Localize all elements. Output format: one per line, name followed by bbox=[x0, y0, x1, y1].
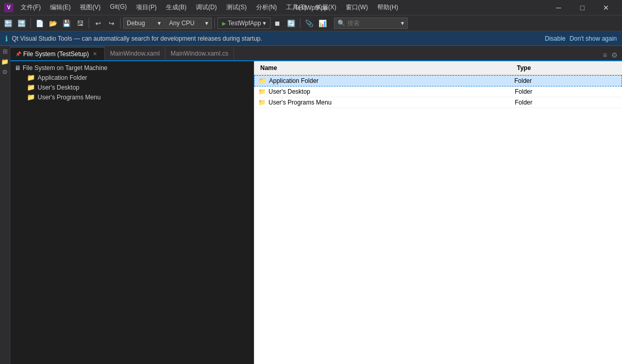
run-dropdown-icon: ▾ bbox=[263, 20, 266, 27]
detail-col-name-header: Name bbox=[258, 63, 515, 73]
tab-mainwindow-xaml-cs-label: MainWindow.xaml.cs bbox=[171, 50, 228, 57]
search-box: 🔍 ▾ bbox=[334, 18, 408, 29]
detail-row-0[interactable]: 📁 Application Folder Folder bbox=[254, 75, 622, 86]
folder-icon-0: 📁 bbox=[27, 74, 35, 81]
debug-config-dropdown[interactable]: Debug ▾ bbox=[123, 18, 164, 29]
title-bar: V 文件(F) 编辑(E) 视图(V) Git(G) 项目(P) 生成(B) 调… bbox=[0, 0, 622, 15]
menu-git[interactable]: Git(G) bbox=[106, 2, 131, 13]
folder-icon-1: 📁 bbox=[27, 83, 35, 91]
open-button[interactable]: 📂 bbox=[47, 17, 59, 29]
menu-project[interactable]: 项目(P) bbox=[132, 2, 161, 13]
detail-folder-icon-1: 📁 bbox=[258, 88, 266, 95]
tab-file-system-label: File System (TestSetup) bbox=[23, 50, 89, 58]
run-label: TestWpfApp bbox=[228, 20, 261, 27]
toolbar-separator-4 bbox=[214, 18, 215, 28]
stop-button[interactable]: ⏹ bbox=[272, 17, 284, 29]
tree-panel: 🖥 File System on Target Machine 📁 Applic… bbox=[10, 61, 254, 364]
close-button[interactable]: ✕ bbox=[594, 0, 618, 15]
info-bar: ℹ Qt Visual Studio Tools — can automatic… bbox=[0, 31, 622, 46]
detail-col-type-header: Type bbox=[515, 63, 618, 73]
maximize-button[interactable]: □ bbox=[570, 0, 594, 15]
folder-icon-2: 📁 bbox=[27, 93, 35, 101]
undo-button[interactable]: ↩ bbox=[92, 17, 104, 29]
activity-gear-icon[interactable]: ⚙ bbox=[1, 68, 9, 77]
new-project-button[interactable]: 📄 bbox=[33, 17, 46, 29]
attach-button[interactable]: 📎 bbox=[303, 17, 315, 29]
minimize-button[interactable]: ─ bbox=[547, 0, 570, 15]
title-controls: ─ □ ✕ bbox=[547, 0, 618, 15]
run-button[interactable]: ▶ TestWpfApp ▾ bbox=[217, 18, 271, 29]
disable-link[interactable]: Disable bbox=[545, 35, 565, 42]
tab-mainwindow-xaml-label: MainWindow.xaml bbox=[110, 50, 160, 57]
activity-server-icon[interactable]: ⊞ bbox=[1, 48, 9, 56]
toolbar-area: 🔙 🔜 📄 📂 💾 🖫 ↩ ↪ Debug ▾ Any CPU ▾ ▶ Test… bbox=[0, 15, 622, 31]
tab-mainwindow-xaml[interactable]: MainWindow.xaml bbox=[105, 47, 165, 60]
tabs-row: 📌 File System (TestSetup) ✕ MainWindow.x… bbox=[10, 46, 622, 61]
activity-folder-icon[interactable]: 📁 bbox=[1, 58, 9, 66]
menu-file[interactable]: 文件(F) bbox=[16, 2, 45, 13]
detail-row-1-label: User's Desktop bbox=[268, 88, 310, 95]
search-input[interactable] bbox=[347, 20, 399, 27]
menu-view[interactable]: 视图(V) bbox=[76, 2, 105, 13]
toolbar-separator-5 bbox=[300, 18, 300, 28]
tree-root: 🖥 File System on Target Machine bbox=[10, 63, 254, 73]
watermark: CSDN @导航吃肉 bbox=[572, 352, 618, 360]
tab-list-button[interactable]: ≡ bbox=[602, 50, 608, 60]
performance-button[interactable]: 📊 bbox=[316, 17, 329, 29]
tab-file-system[interactable]: 📌 File System (TestSetup) ✕ bbox=[10, 47, 105, 60]
detail-row-0-label: Application Folder bbox=[269, 77, 318, 84]
detail-row-2-name-cell: 📁 User's Programs Menu bbox=[258, 99, 515, 106]
menu-analyze[interactable]: 分析(N) bbox=[252, 2, 281, 13]
redo-button[interactable]: ↪ bbox=[105, 17, 117, 29]
main-area: ⊞ 📁 ⚙ 📌 File System (TestSetup) ✕ MainWi… bbox=[0, 46, 622, 364]
menu-window[interactable]: 窗口(W) bbox=[342, 2, 372, 13]
toolbar-row: 🔙 🔜 📄 📂 💾 🖫 ↩ ↪ Debug ▾ Any CPU ▾ ▶ Test… bbox=[0, 15, 622, 31]
restart-button[interactable]: 🔄 bbox=[285, 17, 297, 29]
title-bar-left: V 文件(F) 编辑(E) 视图(V) Git(G) 项目(P) 生成(B) 调… bbox=[4, 2, 402, 13]
detail-row-2-label: User's Programs Menu bbox=[268, 99, 331, 106]
tree-item-label-0: Application Folder bbox=[38, 74, 87, 81]
tree-item-0[interactable]: 📁 Application Folder bbox=[10, 73, 254, 82]
tree-item-label-2: User's Programs Menu bbox=[38, 94, 100, 101]
tree-item-1[interactable]: 📁 User's Desktop bbox=[10, 82, 254, 92]
tree-item-label-1: User's Desktop bbox=[38, 84, 79, 91]
menu-bar: 文件(F) 编辑(E) 视图(V) Git(G) 项目(P) 生成(B) 调试(… bbox=[16, 2, 402, 13]
info-message: Qt Visual Studio Tools — can automatical… bbox=[12, 35, 262, 42]
fs-content: 🖥 File System on Target Machine 📁 Applic… bbox=[10, 61, 622, 364]
detail-row-1[interactable]: 📁 User's Desktop Folder bbox=[254, 86, 622, 97]
detail-row-2[interactable]: 📁 User's Programs Menu Folder bbox=[254, 97, 622, 108]
search-icon: 🔍 bbox=[338, 20, 345, 27]
app-title: TestWpfApp bbox=[294, 4, 328, 11]
menu-test[interactable]: 测试(S) bbox=[222, 2, 251, 13]
save-all-button[interactable]: 🖫 bbox=[74, 17, 86, 29]
toolbar-separator-1 bbox=[30, 18, 31, 28]
save-button[interactable]: 💾 bbox=[60, 17, 73, 29]
info-icon: ℹ bbox=[5, 34, 8, 43]
search-dropdown-icon[interactable]: ▾ bbox=[401, 20, 404, 27]
tab-settings-button[interactable]: ⚙ bbox=[610, 50, 619, 60]
dont-show-link[interactable]: Don't show again bbox=[569, 35, 617, 42]
menu-edit[interactable]: 编辑(E) bbox=[46, 2, 75, 13]
detail-row-0-type: Folder bbox=[514, 77, 617, 84]
detail-header: Name Type bbox=[254, 61, 622, 75]
detail-row-1-name-cell: 📁 User's Desktop bbox=[258, 88, 515, 95]
vs-logo: V bbox=[4, 3, 13, 12]
detail-folder-icon-0: 📁 bbox=[259, 77, 266, 84]
tree-item-2[interactable]: 📁 User's Programs Menu bbox=[10, 92, 254, 102]
tab-file-system-close[interactable]: ✕ bbox=[91, 50, 99, 58]
menu-build[interactable]: 生成(B) bbox=[162, 2, 191, 13]
detail-row-0-name-cell: 📁 Application Folder bbox=[259, 77, 514, 84]
menu-debug[interactable]: 调试(D) bbox=[192, 2, 221, 13]
back-button[interactable]: 🔙 bbox=[2, 17, 14, 29]
detail-folder-icon-2: 📁 bbox=[258, 99, 266, 106]
cpu-config-dropdown[interactable]: Any CPU ▾ bbox=[165, 18, 212, 29]
detail-row-1-type: Folder bbox=[515, 88, 618, 95]
tree-root-icon: 🖥 bbox=[14, 64, 21, 72]
detail-row-2-type: Folder bbox=[515, 99, 618, 106]
toolbar-separator-2 bbox=[89, 18, 89, 28]
menu-help[interactable]: 帮助(H) bbox=[373, 2, 402, 13]
tab-mainwindow-xaml-cs[interactable]: MainWindow.xaml.cs bbox=[165, 47, 234, 60]
editor-area: 📌 File System (TestSetup) ✕ MainWindow.x… bbox=[10, 46, 622, 364]
forward-button[interactable]: 🔜 bbox=[15, 17, 28, 29]
tabs-right-controls: ≡ ⚙ bbox=[602, 50, 622, 60]
